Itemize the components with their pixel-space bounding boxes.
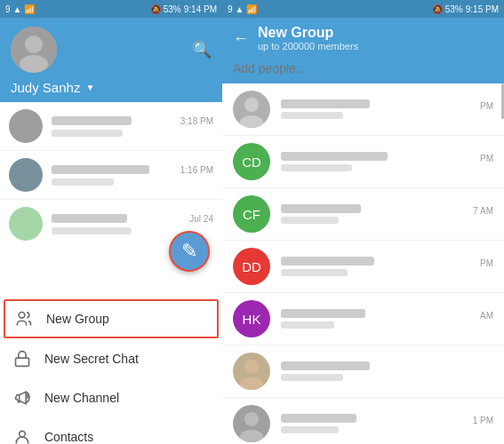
right-title-area: New Group up to 200000 members — [258, 25, 493, 52]
back-button[interactable]: ← — [233, 29, 249, 48]
menu-item-new-group[interactable]: New Group — [4, 299, 219, 338]
dropdown-arrow-icon[interactable]: ▼ — [85, 83, 94, 92]
contact-info: PM — [281, 99, 493, 119]
group-icon — [14, 309, 34, 329]
signal-icon: 9 — [5, 4, 11, 14]
menu-item-new-channel[interactable]: New Channel — [0, 378, 222, 417]
lock-icon — [12, 349, 32, 369]
svg-point-15 — [240, 377, 263, 390]
left-header-top: 🔍 — [11, 27, 212, 73]
contact-info: 7 AM — [281, 204, 493, 224]
left-header: 🔍 Judy Sanhz ▼ — [0, 18, 222, 102]
new-group-label: New Group — [46, 312, 109, 326]
right-header-top: ← New Group up to 200000 members — [222, 18, 504, 55]
left-bottom: ✎ — [0, 245, 222, 295]
search-add-area — [222, 55, 504, 83]
status-left: 9 ▲ 📶 — [5, 4, 35, 14]
chat-row[interactable]: 1:16 PM — [0, 151, 222, 200]
right-status-left: 9 ▲ 📶 — [228, 4, 257, 14]
contact-info: 1 PM — [281, 414, 493, 433]
contact-list: PM CD PM CF 7 AM — [222, 83, 504, 444]
contact-avatar — [233, 405, 270, 442]
right-header: ← New Group up to 200000 members — [222, 18, 504, 83]
wifi-icon: ▲ — [13, 4, 22, 14]
menu-item-contacts[interactable]: Contacts — [0, 417, 222, 445]
right-signal-icon: 9 — [228, 4, 233, 14]
left-panel: 9 ▲ 📶 🔕 53% 9:14 PM 🔍 Judy Sanhz ▼ — [0, 0, 222, 444]
contact-item[interactable]: CD PM — [222, 136, 504, 188]
chat-info: 1:16 PM — [52, 165, 213, 186]
svg-point-2 — [20, 55, 48, 73]
chat-row[interactable]: 3:18 PM — [0, 102, 222, 151]
megaphone-icon — [12, 388, 32, 408]
svg-point-5 — [20, 431, 26, 437]
right-panel: 9 ▲ 📶 🔕 53% 9:15 PM ← New Group up to 20… — [222, 0, 504, 444]
svg-point-13 — [240, 115, 263, 128]
user-avatar[interactable] — [11, 27, 57, 73]
contact-avatar — [233, 91, 270, 128]
user-name: Judy Sanhz — [11, 80, 80, 95]
contact-item[interactable] — [222, 345, 504, 398]
person-icon — [12, 427, 32, 445]
compose-fab-button[interactable]: ✎ — [169, 231, 210, 272]
svg-rect-4 — [16, 358, 29, 366]
contact-item[interactable]: 1 PM — [222, 398, 504, 444]
contact-info: PM — [281, 152, 493, 171]
right-status-bar: 9 ▲ 📶 🔕 53% 9:15 PM — [222, 0, 504, 18]
left-status-bar: 9 ▲ 📶 🔕 53% 9:14 PM — [0, 0, 222, 18]
contact-item[interactable]: CF 7 AM — [222, 188, 504, 241]
new-channel-label: New Channel — [44, 391, 119, 405]
menu-item-new-secret-chat[interactable]: New Secret Chat — [0, 339, 222, 378]
right-battery-text: 53% — [445, 4, 463, 14]
right-volume-icon: 🔕 — [432, 4, 443, 14]
right-subtitle: up to 200000 members — [258, 41, 493, 52]
contact-item[interactable]: PM — [222, 83, 504, 136]
contact-info: PM — [281, 257, 493, 276]
menu-list: New Group New Secret Chat New Channel — [0, 295, 222, 445]
svg-point-17 — [240, 430, 263, 442]
right-status-right: 🔕 53% 9:15 PM — [432, 4, 499, 14]
chat-list-area: 3:18 PM 1:16 PM Jul 24 — [0, 102, 222, 245]
contact-avatar: HK — [233, 300, 270, 337]
contact-item[interactable]: DD PM — [222, 241, 504, 293]
battery-text: 53% — [164, 4, 181, 14]
contact-avatar: CD — [233, 143, 270, 180]
volume-icon: 🔕 — [150, 4, 161, 14]
network-icon: 📶 — [24, 4, 35, 14]
status-right: 🔕 53% 9:14 PM — [150, 4, 217, 14]
user-row: Judy Sanhz ▼ — [11, 80, 212, 95]
add-people-input[interactable] — [233, 61, 493, 75]
time-left: 9:14 PM — [184, 4, 217, 14]
right-time: 9:15 PM — [466, 4, 499, 14]
svg-point-12 — [244, 98, 259, 112]
search-icon[interactable]: 🔍 — [192, 40, 212, 59]
contact-avatar: CF — [233, 195, 270, 233]
contacts-label: Contacts — [44, 430, 93, 444]
contact-item[interactable]: HK AM — [222, 293, 504, 345]
svg-point-1 — [25, 36, 43, 53]
right-network-icon: 📶 — [246, 4, 257, 14]
new-secret-chat-label: New Secret Chat — [44, 352, 139, 366]
contact-avatar: DD — [233, 248, 270, 285]
chat-info: 3:18 PM — [52, 116, 213, 137]
right-title: New Group — [258, 25, 493, 41]
contact-avatar — [233, 353, 270, 390]
right-wifi-icon: ▲ — [236, 4, 244, 14]
svg-point-3 — [19, 312, 25, 318]
contact-info — [281, 361, 493, 381]
contact-info: AM — [281, 309, 493, 329]
svg-point-16 — [244, 412, 259, 426]
svg-point-14 — [244, 360, 259, 374]
